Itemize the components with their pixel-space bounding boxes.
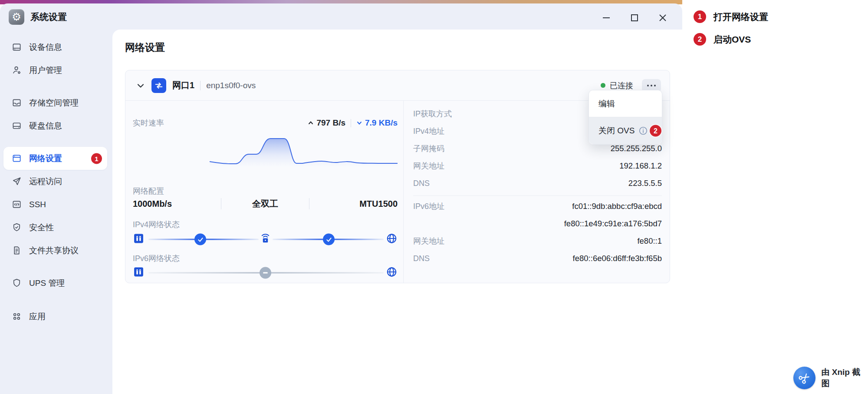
detail-row-dns4: DNS 223.5.5.5 [413,178,662,189]
menu-item-edit[interactable]: 编辑 [589,90,662,117]
minimize-button[interactable] [601,13,612,23]
sidebar-item-device-info[interactable]: 设备信息 [3,36,107,59]
check-icon [194,234,206,245]
app-title: 系统设置 [30,3,67,30]
ipv4-status-row [133,232,398,247]
details-divider [413,195,662,196]
globe-icon [386,233,398,246]
sidebar-item-label: 应用 [29,311,46,322]
caret-up-icon [308,120,314,126]
send-icon [11,176,22,187]
nas-device-icon [133,233,145,246]
connected-dot [601,83,605,88]
sidebar-item-network-settings[interactable]: 网络设置 1 [3,147,107,170]
sidebar-item-user-management[interactable]: 用户管理 [3,59,107,82]
network-config-label: 网络配置 [133,186,164,196]
app-window: ⚙ 系统设置 设备信息 用户管理 [0,3,682,394]
scissors-icon [793,367,815,389]
sidebar-item-label: UPS 管理 [29,278,65,289]
globe-icon [386,266,398,280]
router-icon [260,233,271,246]
shield-check-icon [11,222,22,233]
sidebar-item-label: 设备信息 [29,42,62,53]
dot [654,85,656,86]
interface-name: enp1s0f0-ovs [206,81,256,90]
step-number: 1 [694,10,706,23]
detail-row-gateway6: 网关地址 fe80::1 [413,235,662,247]
rate-separator [351,119,351,127]
sidebar: 设备信息 用户管理 存储空间管理 硬盘信息 [0,30,112,394]
connection-status: 已连接 [610,80,633,91]
sidebar-item-storage[interactable]: 存储空间管理 [3,91,107,114]
apps-grid-icon [11,311,22,322]
xnip-watermark: 由 Xnip 截图 [793,367,868,389]
sidebar-item-security[interactable]: 安全性 [3,216,107,239]
annotation-step-2: 2 启动OVS [694,33,768,46]
nas-device-icon [133,266,145,280]
document-icon [11,245,22,256]
sidebar-item-label: SSH [29,200,46,209]
column-divider [403,101,404,283]
pending-icon [260,267,271,279]
sidebar-item-ups[interactable]: UPS 管理 [3,271,107,295]
sidebar-item-ssh[interactable]: SSH [3,193,107,216]
sidebar-item-file-sharing[interactable]: 文件共享协议 [3,239,107,262]
link-speed: 1000Mb/s [133,199,221,209]
sidebar-item-remote-access[interactable]: 远程访问 [3,170,107,193]
upload-rate: 797 B/s [308,118,345,128]
device-info-icon [11,42,22,53]
detail-row-ipv6-address-2: fe80::1e49:c91e:a176:5bd7 [413,218,662,229]
realtime-rate-label: 实时速率 [133,118,164,128]
port-options-menu: 编辑 关闭 OVS 2 [589,90,662,145]
step-number: 2 [694,33,706,46]
dot [647,85,649,86]
minimize-icon [602,13,611,23]
sidebar-item-label: 远程访问 [29,176,62,187]
annotation-panel: 1 打开网络设置 2 启动OVS [694,10,768,56]
storage-icon [11,98,22,108]
ipv6-status-label: IPv6网络状态 [133,253,180,264]
maximize-button[interactable] [629,13,640,23]
caret-down-icon [356,120,362,126]
network-settings-icon [11,153,22,164]
card-header: 网口1 enp1s0f0-ovs 已连接 [125,70,670,101]
code-terminal-icon [11,199,22,210]
user-gear-icon [11,65,22,76]
sidebar-item-label: 存储空间管理 [29,97,79,109]
throughput-sparkline [210,134,398,175]
ipv6-status-row [133,265,398,280]
maximize-icon [630,13,639,23]
download-rate: 7.9 KB/s [356,118,398,128]
screenshot-root: ⚙ 系统设置 设备信息 用户管理 [0,0,868,394]
header-separator [200,81,201,90]
sidebar-item-label: 网络设置 [29,153,62,164]
close-icon [658,13,667,23]
sidebar-item-label: 安全性 [29,222,54,233]
ethernet-port-icon [151,78,166,93]
step-text: 启动OVS [713,33,751,46]
sidebar-item-label: 用户管理 [29,65,62,76]
step-text: 打开网络设置 [713,11,768,23]
ipv4-status-label: IPv4网络状态 [133,219,180,230]
sidebar-item-disk-info[interactable]: 硬盘信息 [3,114,107,137]
port-name: 网口1 [172,79,194,91]
app-gear-icon: ⚙ [9,9,24,25]
titlebar[interactable]: ⚙ 系统设置 [0,3,682,30]
detail-row-gateway4: 网关地址 192.168.1.2 [413,160,662,172]
left-column: 实时速率 797 B/s 7.9 KB/s [133,101,398,283]
sidebar-item-apps[interactable]: 应用 [3,305,107,328]
info-icon [638,126,648,136]
page-title: 网络设置 [125,41,165,54]
hard-drive-icon [11,121,22,131]
main-content: 网络设置 网口1 enp1s0f0-ovs 已连接 [112,30,682,394]
sidebar-item-label: 文件共享协议 [29,245,79,256]
watermark-text: 由 Xnip 截图 [821,367,868,389]
chevron-down-icon[interactable] [135,80,146,91]
detail-row-dns6: DNS fe80::6e06:d6ff:fe3b:f65b [413,253,662,264]
menu-item-close-ovs[interactable]: 关闭 OVS 2 [589,117,662,144]
network-config-row: 1000Mb/s 全双工 MTU1500 [133,197,398,210]
close-button[interactable] [658,13,668,23]
card-body: 实时速率 797 B/s 7.9 KB/s [125,101,670,283]
dot [651,85,652,86]
check-icon [323,234,335,245]
